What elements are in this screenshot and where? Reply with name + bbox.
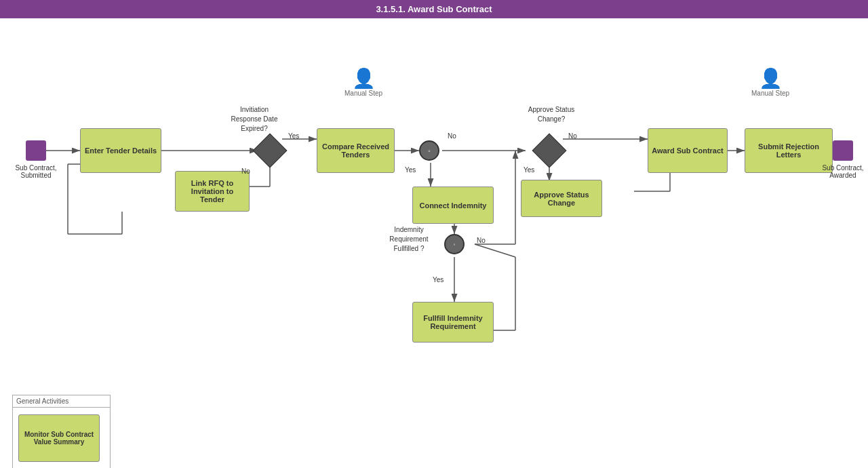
title-bar: 3.1.5.1. Award Sub Contract	[0, 0, 868, 18]
start-event	[26, 140, 46, 161]
monitor-sub-contract-box[interactable]: Monitor Sub Contract Value Summary	[18, 414, 100, 462]
person-icon-2: 👤	[751, 67, 789, 90]
connect-indemnity-box[interactable]: Connect Indemnity	[412, 187, 494, 224]
no-label-3: No	[477, 237, 486, 244]
compare-received-tenders-box[interactable]: Compare Received Tenders	[317, 128, 395, 173]
svg-line-19	[475, 244, 515, 257]
fullfill-indemnity-box[interactable]: Fullfill Indemnity Requirement	[412, 302, 494, 343]
person-icon-1: 👤	[344, 67, 382, 90]
diagram-area: Sub Contract, Submitted Enter Tender Det…	[0, 18, 868, 459]
end-event	[833, 140, 853, 161]
no-label-2: No	[448, 132, 456, 140]
sub-contract-submitted-label: Sub Contract, Submitted	[12, 164, 60, 179]
enter-tender-details-box[interactable]: Enter Tender Details	[80, 128, 161, 173]
sub-contract-awarded-label: Sub Contract, Awarded	[819, 164, 867, 179]
approve-status-label: Approve Status Change?	[521, 105, 582, 124]
gateway-circle-1: ◦	[419, 140, 439, 161]
no-label-4: No	[568, 132, 577, 140]
invitation-response-diamond	[253, 134, 288, 168]
general-activities-container: General Activities Monitor Sub Contract …	[12, 395, 111, 468]
page-title: 3.1.5.1. Award Sub Contract	[376, 4, 492, 14]
manual-step-2: 👤 Manual Step	[751, 67, 789, 97]
yes-label-1: Yes	[288, 132, 299, 140]
yes-label-2: Yes	[405, 166, 416, 174]
invitation-response-label: Invitiation Response Date Expired?	[224, 105, 285, 134]
no-label-1: No	[241, 168, 250, 175]
indemnity-fulfilled-label: Indemnity Requirement Fullfilled ?	[378, 225, 439, 254]
link-rfq-box[interactable]: Link RFQ to Invitation to Tender	[175, 171, 250, 212]
approve-status-change-box[interactable]: Approve Status Change	[521, 180, 602, 217]
general-activities-title: General Activities	[13, 395, 110, 408]
manual-step-1: 👤 Manual Step	[344, 67, 382, 97]
yes-label-4: Yes	[524, 166, 534, 174]
gateway-circle-2: ◦	[444, 234, 465, 254]
yes-label-3: Yes	[433, 276, 443, 284]
award-sub-contract-box[interactable]: Award Sub Contract	[648, 128, 728, 173]
approve-status-diamond	[532, 134, 567, 168]
